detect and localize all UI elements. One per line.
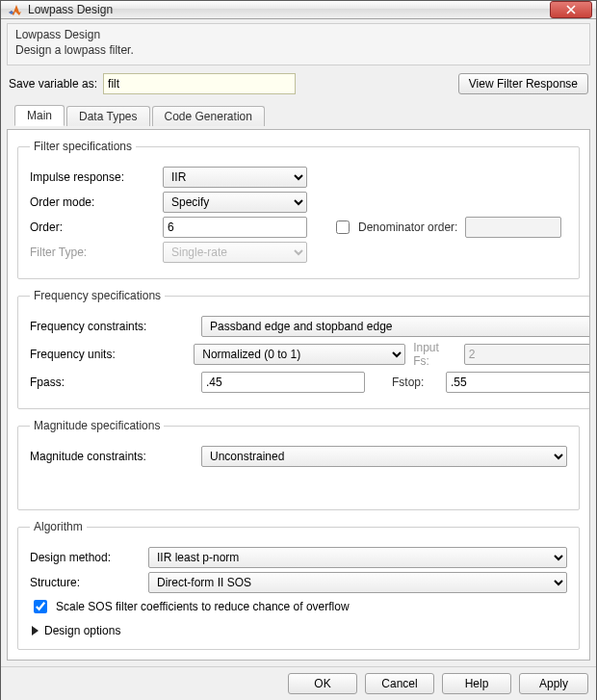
tab-main[interactable]: Main bbox=[14, 105, 65, 126]
tab-data-types[interactable]: Data Types bbox=[66, 106, 149, 126]
design-method-select[interactable]: IIR least p-norm bbox=[148, 547, 567, 568]
order-input[interactable] bbox=[163, 217, 307, 238]
filter-type-label: Filter Type: bbox=[30, 246, 155, 259]
tabs: Main Data Types Code Generation bbox=[7, 102, 590, 125]
window-title: Lowpass Design bbox=[28, 3, 544, 16]
dialog-window: Lowpass Design Lowpass Design Design a l… bbox=[0, 0, 597, 700]
frequency-specifications-group: Frequency specifications Frequency const… bbox=[17, 289, 590, 409]
freq-constraints-select[interactable]: Passband edge and stopband edge bbox=[201, 316, 590, 337]
denominator-order-checkbox[interactable] bbox=[336, 220, 350, 234]
input-fs-label: Input Fs: bbox=[413, 341, 456, 368]
scale-sos-row[interactable]: Scale SOS filter coefficients to reduce … bbox=[30, 597, 567, 616]
page-title: Lowpass Design bbox=[15, 28, 582, 41]
order-mode-select[interactable]: Specify bbox=[163, 192, 307, 213]
fstop-input[interactable] bbox=[446, 372, 590, 393]
algorithm-group: Algorithm Design method: IIR least p-nor… bbox=[17, 520, 580, 650]
denominator-order-label: Denominator order: bbox=[358, 220, 457, 234]
mag-constraints-select[interactable]: Unconstrained bbox=[201, 446, 567, 467]
footer-buttons: OK Cancel Help Apply bbox=[1, 666, 596, 700]
matlab-icon bbox=[7, 2, 22, 17]
apply-button[interactable]: Apply bbox=[519, 673, 588, 694]
content-area: Lowpass Design Design a lowpass filter. … bbox=[1, 19, 596, 666]
magnitude-specifications-group: Magnitude specifications Magnitude const… bbox=[17, 419, 580, 510]
triangle-right-icon bbox=[32, 626, 39, 635]
freq-spec-legend: Frequency specifications bbox=[30, 289, 165, 302]
tab-body: Filter specifications Impulse response: … bbox=[7, 129, 590, 661]
input-fs-input bbox=[464, 344, 590, 365]
structure-label: Structure: bbox=[30, 576, 141, 589]
scale-sos-checkbox[interactable] bbox=[34, 600, 47, 613]
structure-select[interactable]: Direct-form II SOS bbox=[148, 572, 567, 593]
design-options-disclosure[interactable]: Design options bbox=[30, 620, 567, 637]
view-filter-response-button[interactable]: View Filter Response bbox=[458, 73, 588, 94]
help-button[interactable]: Help bbox=[442, 673, 511, 694]
scale-sos-label: Scale SOS filter coefficients to reduce … bbox=[56, 600, 350, 613]
cancel-button[interactable]: Cancel bbox=[365, 673, 434, 694]
filter-specifications-group: Filter specifications Impulse response: … bbox=[17, 140, 580, 279]
save-label: Save variable as: bbox=[9, 77, 97, 91]
order-label: Order: bbox=[30, 220, 155, 234]
titlebar: Lowpass Design bbox=[1, 1, 596, 19]
algorithm-legend: Algorithm bbox=[30, 520, 87, 533]
fstop-label: Fstop: bbox=[392, 376, 438, 389]
close-button[interactable] bbox=[550, 1, 592, 18]
impulse-response-select[interactable]: IIR bbox=[163, 167, 307, 188]
mag-spec-legend: Magnitude specifications bbox=[30, 419, 164, 432]
impulse-response-label: Impulse response: bbox=[30, 170, 155, 184]
ok-button[interactable]: OK bbox=[288, 673, 357, 694]
tab-code-generation[interactable]: Code Generation bbox=[152, 106, 265, 126]
save-row: Save variable as: View Filter Response bbox=[7, 69, 590, 98]
page-subtitle: Design a lowpass filter. bbox=[15, 43, 582, 57]
fpass-input[interactable] bbox=[201, 372, 365, 393]
order-mode-label: Order mode: bbox=[30, 195, 155, 209]
freq-constraints-label: Frequency constraints: bbox=[30, 320, 194, 333]
filter-spec-legend: Filter specifications bbox=[30, 140, 136, 153]
design-method-label: Design method: bbox=[30, 551, 141, 564]
close-icon bbox=[565, 5, 577, 14]
freq-units-select[interactable]: Normalized (0 to 1) bbox=[194, 344, 405, 365]
header-block: Lowpass Design Design a lowpass filter. bbox=[7, 23, 590, 65]
denominator-order-input bbox=[465, 217, 561, 238]
fpass-label: Fpass: bbox=[30, 376, 194, 389]
filter-type-select: Single-rate bbox=[163, 242, 307, 263]
design-options-label: Design options bbox=[44, 624, 120, 637]
freq-units-label: Frequency units: bbox=[30, 348, 186, 361]
denominator-order-check[interactable]: Denominator order: bbox=[332, 218, 457, 237]
mag-constraints-label: Magnitude constraints: bbox=[30, 450, 194, 463]
save-variable-input[interactable] bbox=[103, 73, 296, 94]
